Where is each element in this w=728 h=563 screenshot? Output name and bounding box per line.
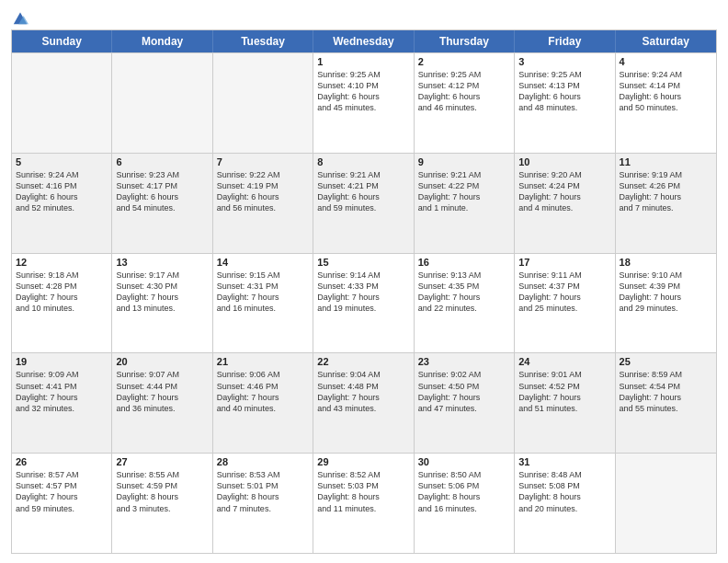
- cal-cell: 18Sunrise: 9:10 AM Sunset: 4:39 PM Dayli…: [616, 254, 716, 353]
- day-number: 18: [620, 257, 712, 268]
- cal-cell: 20Sunrise: 9:07 AM Sunset: 4:44 PM Dayli…: [112, 353, 212, 453]
- cal-cell: 30Sunrise: 8:50 AM Sunset: 5:06 PM Dayli…: [415, 454, 515, 553]
- col-header-wednesday: Wednesday: [313, 30, 414, 52]
- cell-info: Sunrise: 8:48 AM Sunset: 5:08 PM Dayligh…: [518, 469, 610, 514]
- cal-cell: 7Sunrise: 9:22 AM Sunset: 4:19 PM Daylig…: [213, 154, 313, 253]
- day-number: 20: [116, 356, 208, 367]
- cell-info: Sunrise: 9:13 AM Sunset: 4:35 PM Dayligh…: [418, 270, 510, 315]
- day-number: 19: [16, 356, 108, 367]
- day-number: 6: [116, 156, 208, 167]
- cell-info: Sunrise: 9:20 AM Sunset: 4:24 PM Dayligh…: [518, 169, 610, 214]
- cal-cell: 24Sunrise: 9:01 AM Sunset: 4:52 PM Dayli…: [515, 353, 615, 453]
- col-header-thursday: Thursday: [415, 30, 515, 52]
- cal-cell: 3Sunrise: 9:25 AM Sunset: 4:13 PM Daylig…: [515, 53, 615, 153]
- cell-info: Sunrise: 8:52 AM Sunset: 5:03 PM Dayligh…: [317, 469, 409, 514]
- cell-info: Sunrise: 9:14 AM Sunset: 4:33 PM Dayligh…: [317, 270, 409, 315]
- day-number: 13: [116, 257, 208, 268]
- cal-cell: 14Sunrise: 9:15 AM Sunset: 4:31 PM Dayli…: [213, 254, 313, 353]
- calendar-header: SundayMondayTuesdayWednesdayThursdayFrid…: [12, 30, 716, 52]
- cell-info: Sunrise: 9:07 AM Sunset: 4:44 PM Dayligh…: [116, 369, 208, 414]
- logo-icon: [12, 9, 28, 26]
- cell-info: Sunrise: 9:11 AM Sunset: 4:37 PM Dayligh…: [518, 270, 610, 315]
- day-number: 14: [217, 257, 309, 268]
- cal-cell: 21Sunrise: 9:06 AM Sunset: 4:46 PM Dayli…: [213, 353, 313, 453]
- day-number: 10: [518, 156, 610, 167]
- week-row-4: 19Sunrise: 9:09 AM Sunset: 4:41 PM Dayli…: [12, 352, 716, 453]
- day-number: 30: [418, 456, 510, 467]
- cal-cell: 31Sunrise: 8:48 AM Sunset: 5:08 PM Dayli…: [515, 454, 615, 553]
- cal-cell: 16Sunrise: 9:13 AM Sunset: 4:35 PM Dayli…: [415, 254, 515, 353]
- col-header-saturday: Saturday: [616, 30, 716, 52]
- day-number: 8: [317, 156, 409, 167]
- cell-info: Sunrise: 9:25 AM Sunset: 4:13 PM Dayligh…: [518, 69, 610, 114]
- week-row-1: 1Sunrise: 9:25 AM Sunset: 4:10 PM Daylig…: [12, 52, 716, 153]
- day-number: 28: [217, 456, 309, 467]
- cal-cell: [112, 53, 212, 153]
- cell-info: Sunrise: 9:24 AM Sunset: 4:14 PM Dayligh…: [620, 69, 712, 114]
- day-number: 4: [620, 56, 712, 67]
- cal-cell: 1Sunrise: 9:25 AM Sunset: 4:10 PM Daylig…: [313, 53, 414, 153]
- cal-cell: 9Sunrise: 9:21 AM Sunset: 4:22 PM Daylig…: [415, 154, 515, 253]
- cell-info: Sunrise: 8:50 AM Sunset: 5:06 PM Dayligh…: [418, 469, 510, 514]
- cell-info: Sunrise: 9:02 AM Sunset: 4:50 PM Dayligh…: [418, 369, 510, 414]
- cal-cell: 28Sunrise: 8:53 AM Sunset: 5:01 PM Dayli…: [213, 454, 313, 553]
- cell-info: Sunrise: 9:09 AM Sunset: 4:41 PM Dayligh…: [16, 369, 108, 414]
- cal-cell: 26Sunrise: 8:57 AM Sunset: 4:57 PM Dayli…: [12, 454, 112, 553]
- day-number: 2: [418, 56, 510, 67]
- day-number: 1: [317, 56, 409, 67]
- day-number: 15: [317, 257, 409, 268]
- cal-cell: 12Sunrise: 9:18 AM Sunset: 4:28 PM Dayli…: [12, 254, 112, 353]
- cal-cell: 11Sunrise: 9:19 AM Sunset: 4:26 PM Dayli…: [616, 154, 716, 253]
- cal-cell: 10Sunrise: 9:20 AM Sunset: 4:24 PM Dayli…: [515, 154, 615, 253]
- logo: [11, 9, 28, 22]
- day-number: 7: [217, 156, 309, 167]
- cell-info: Sunrise: 9:10 AM Sunset: 4:39 PM Dayligh…: [620, 270, 712, 315]
- cell-info: Sunrise: 8:59 AM Sunset: 4:54 PM Dayligh…: [620, 369, 712, 414]
- week-row-5: 26Sunrise: 8:57 AM Sunset: 4:57 PM Dayli…: [12, 453, 716, 553]
- cal-cell: 8Sunrise: 9:21 AM Sunset: 4:21 PM Daylig…: [313, 154, 414, 253]
- day-number: 22: [317, 356, 409, 367]
- col-header-monday: Monday: [112, 30, 212, 52]
- cell-info: Sunrise: 9:06 AM Sunset: 4:46 PM Dayligh…: [217, 369, 309, 414]
- col-header-friday: Friday: [515, 30, 615, 52]
- cell-info: Sunrise: 8:55 AM Sunset: 4:59 PM Dayligh…: [116, 469, 208, 514]
- calendar-body: 1Sunrise: 9:25 AM Sunset: 4:10 PM Daylig…: [12, 52, 716, 553]
- cal-cell: 5Sunrise: 9:24 AM Sunset: 4:16 PM Daylig…: [12, 154, 112, 253]
- day-number: 25: [620, 356, 712, 367]
- cal-cell: 25Sunrise: 8:59 AM Sunset: 4:54 PM Dayli…: [616, 353, 716, 453]
- day-number: 16: [418, 257, 510, 268]
- calendar: SundayMondayTuesdayWednesdayThursdayFrid…: [11, 29, 717, 554]
- page: SundayMondayTuesdayWednesdayThursdayFrid…: [0, 0, 728, 563]
- day-number: 21: [217, 356, 309, 367]
- week-row-2: 5Sunrise: 9:24 AM Sunset: 4:16 PM Daylig…: [12, 153, 716, 253]
- cell-info: Sunrise: 9:15 AM Sunset: 4:31 PM Dayligh…: [217, 270, 309, 315]
- cell-info: Sunrise: 9:22 AM Sunset: 4:19 PM Dayligh…: [217, 169, 309, 214]
- day-number: 31: [518, 456, 610, 467]
- day-number: 11: [620, 156, 712, 167]
- cal-cell: 13Sunrise: 9:17 AM Sunset: 4:30 PM Dayli…: [112, 254, 212, 353]
- cal-cell: 2Sunrise: 9:25 AM Sunset: 4:12 PM Daylig…: [415, 53, 515, 153]
- day-number: 3: [518, 56, 610, 67]
- cell-info: Sunrise: 8:53 AM Sunset: 5:01 PM Dayligh…: [217, 469, 309, 514]
- day-number: 9: [418, 156, 510, 167]
- cell-info: Sunrise: 9:21 AM Sunset: 4:22 PM Dayligh…: [418, 169, 510, 214]
- cell-info: Sunrise: 9:21 AM Sunset: 4:21 PM Dayligh…: [317, 169, 409, 214]
- day-number: 24: [518, 356, 610, 367]
- cell-info: Sunrise: 9:25 AM Sunset: 4:10 PM Dayligh…: [317, 69, 409, 114]
- col-header-sunday: Sunday: [12, 30, 112, 52]
- day-number: 23: [418, 356, 510, 367]
- cell-info: Sunrise: 9:25 AM Sunset: 4:12 PM Dayligh…: [418, 69, 510, 114]
- day-number: 26: [16, 456, 108, 467]
- cell-info: Sunrise: 9:17 AM Sunset: 4:30 PM Dayligh…: [116, 270, 208, 315]
- cal-cell: [12, 53, 112, 153]
- cal-cell: 6Sunrise: 9:23 AM Sunset: 4:17 PM Daylig…: [112, 154, 212, 253]
- cell-info: Sunrise: 9:01 AM Sunset: 4:52 PM Dayligh…: [518, 369, 610, 414]
- week-row-3: 12Sunrise: 9:18 AM Sunset: 4:28 PM Dayli…: [12, 253, 716, 353]
- cell-info: Sunrise: 8:57 AM Sunset: 4:57 PM Dayligh…: [16, 469, 108, 514]
- cal-cell: [616, 454, 716, 553]
- cell-info: Sunrise: 9:24 AM Sunset: 4:16 PM Dayligh…: [16, 169, 108, 214]
- cell-info: Sunrise: 9:18 AM Sunset: 4:28 PM Dayligh…: [16, 270, 108, 315]
- col-header-tuesday: Tuesday: [213, 30, 313, 52]
- cal-cell: 27Sunrise: 8:55 AM Sunset: 4:59 PM Dayli…: [112, 454, 212, 553]
- cell-info: Sunrise: 9:23 AM Sunset: 4:17 PM Dayligh…: [116, 169, 208, 214]
